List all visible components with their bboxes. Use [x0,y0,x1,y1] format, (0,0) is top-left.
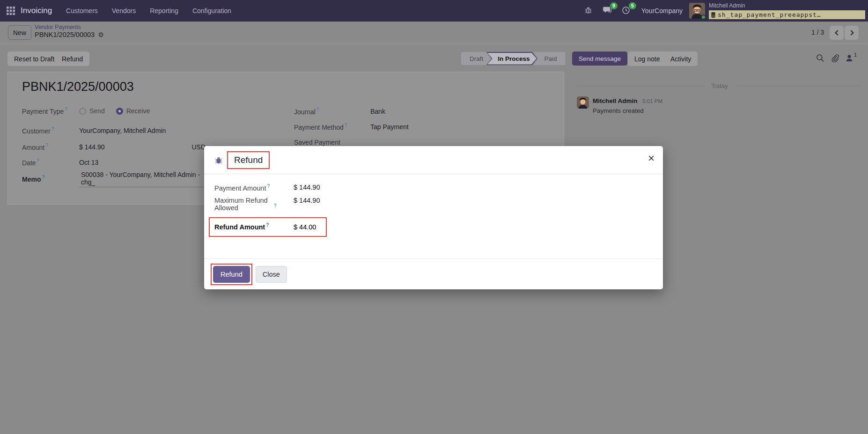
chevron-right-icon [848,30,853,35]
debug-bug-icon[interactable] [584,6,594,15]
top-navbar: Invoicing Customers Vendors Reporting Co… [0,0,868,22]
journal-row: Journal? Bank [294,106,556,117]
date-label: Date [22,159,36,167]
breadcrumb: Vendor Payments PBNK1/2025/00003 ⚙ [35,24,104,38]
date-divider-label: Today [711,82,728,89]
status-step-draft[interactable]: Draft [461,52,491,65]
message-time: 5:01 PM [642,98,662,104]
breadcrumb-parent[interactable]: Vendor Payments [35,24,104,30]
status-step-paid[interactable]: Paid [533,52,566,65]
messages-badge: 9 [610,2,618,9]
payment-amount-value: $ 144.90 [294,184,320,192]
app-screen: Invoicing Customers Vendors Reporting Co… [0,0,868,434]
refund-button-annotation-box: Refund [211,264,252,285]
form-right-column: Journal? Bank Payment Method? Tap Paymen… [294,106,556,147]
apps-grid-icon[interactable] [7,7,15,15]
date-value[interactable]: Oct 13 [79,159,98,166]
customer-row: Customer? YourCompany, Mitchell Admin [22,125,206,136]
navbar-right: 9 5 YourCompany Mitchell [575,2,868,19]
message-header: Mitchell Admin 5:01 PM [593,97,662,104]
date-row: Date? Oct 13 [22,157,206,168]
customer-value-link[interactable]: YourCompany, Mitchell Admin [79,127,166,134]
title-annotation-box: Refund [227,151,270,169]
message-body: Payments created [593,107,644,114]
refund-action-button[interactable]: Refund [55,51,89,66]
database-box: sh_tap_payment_preeappst… [709,10,865,19]
gear-icon[interactable]: ⚙ [98,31,104,38]
date-divider: Today [577,82,862,89]
search-icon[interactable] [816,54,824,62]
send-message-button[interactable]: Send message [572,51,627,66]
activities-badge: 5 [629,2,636,9]
dialog-title: Refund [234,155,263,165]
menu-reporting[interactable]: Reporting [150,7,178,15]
journal-value-link[interactable]: Bank [370,108,385,115]
amount-row: Amount? $ 144.90 USD [22,142,206,152]
dialog-bug-icon [214,156,223,164]
pager-next-button[interactable] [845,26,859,40]
followers-button[interactable]: 1 [845,54,853,64]
online-status-dot [701,15,706,20]
reset-to-draft-button[interactable]: Reset to Draft [7,51,61,66]
user-avatar[interactable] [689,3,705,19]
radio-receive[interactable]: Receive [116,107,150,115]
new-button[interactable]: New [8,25,31,40]
radio-send[interactable]: Send [79,107,105,115]
control-panel-actions: Reset to Draft Refund Draft In Process P… [0,44,868,66]
activity-button[interactable]: Activity [664,51,698,66]
close-button[interactable]: Close [256,266,287,283]
user-name: Mitchell Admin [709,2,865,9]
menu-configuration[interactable]: Configuration [192,7,231,15]
message-author[interactable]: Mitchell Admin [593,97,638,104]
company-switcher[interactable]: YourCompany [641,7,683,15]
close-icon[interactable]: × [648,153,655,164]
user-meta[interactable]: Mitchell Admin sh_tap_payment_preeappst… [709,2,865,19]
status-bar: Draft In Process Paid [461,52,566,65]
app-name[interactable]: Invoicing [21,6,52,15]
followers-count: 1 [854,52,857,58]
refund-amount-input[interactable]: $ 44.00 [294,222,316,231]
database-icon [711,12,715,18]
menu-customers[interactable]: Customers [66,7,98,15]
payment-method-value[interactable]: Tap Payment [370,123,409,131]
pager-previous-button[interactable] [830,26,844,40]
form-left-column: Payment Type? Send Receive Customer? You… [22,105,206,184]
dialog-header: Refund × [204,146,663,174]
paperclip-icon[interactable] [831,54,839,62]
customer-label: Customer [22,127,51,135]
messages-icon[interactable]: 9 [603,6,612,15]
memo-input[interactable]: S00038 - YourCompany, Mitchell Admin - c… [79,171,212,187]
breadcrumb-current: PBNK1/2025/00003 [35,31,95,38]
dialog-body: Payment Amount? $ 144.90 Maximum Refund … [204,174,663,237]
amount-label: Amount [22,144,44,151]
max-refund-label: Maximum Refund Allowed [214,197,273,212]
payment-type-label: Payment Type [22,108,64,115]
payment-type-row: Payment Type? Send Receive [22,106,206,116]
payment-amount-row: Payment Amount? $ 144.90 [214,184,653,192]
log-note-button[interactable]: Log note [628,51,667,66]
help-marker: ? [65,107,67,112]
record-title: PBNK1/2025/00003 [22,80,134,94]
menu-vendors[interactable]: Vendors [112,7,136,15]
status-step-in-process[interactable]: In Process [486,52,537,65]
activities-clock-icon[interactable]: 5 [622,6,631,15]
saved-payment-label: Saved Payment [294,139,340,146]
chatter-icons: 1 [816,54,853,64]
pager-indicator: 1 / 3 [811,29,824,36]
message-avatar[interactable] [577,96,589,109]
payment-method-label: Payment Method [294,124,344,131]
refund-amount-label: Refund Amount [214,223,265,231]
max-refund-row: Maximum Refund Allowed? $ 144.90 [214,197,653,212]
memo-label: Memo [22,176,41,183]
journal-label: Journal [294,108,316,116]
amount-value[interactable]: $ 144.90 [79,143,105,151]
payment-amount-label: Payment Amount [214,184,266,192]
refund-dialog: Refund × Payment Amount? $ 144.90 Maximu… [204,146,663,289]
refund-confirm-button[interactable]: Refund [213,266,250,283]
breadcrumb-row: New Vendor Payments PBNK1/2025/00003 ⚙ 1… [0,22,868,44]
chevron-left-icon [835,30,840,35]
dialog-footer: Refund Close [204,258,663,289]
payment-method-row: Payment Method? Tap Payment [294,122,556,132]
follower-person-icon [845,54,853,62]
radio-circle [116,108,123,115]
